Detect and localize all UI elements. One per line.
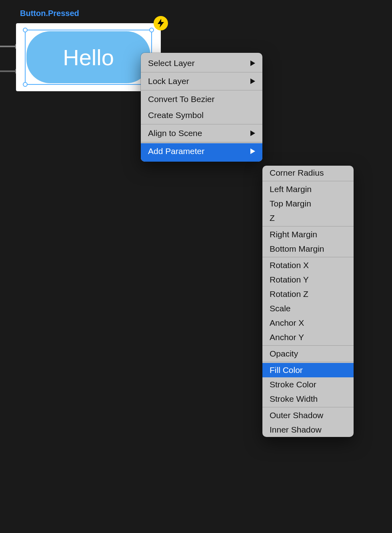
submenu-item-scale[interactable]: Scale <box>262 301 354 316</box>
menu-item-label: Create Symbol <box>148 110 204 120</box>
menu-separator <box>141 72 262 72</box>
menu-separator <box>262 362 354 362</box>
menu-item-create-symbol[interactable]: Create Symbol <box>141 107 262 123</box>
submenu-item-inner-shadow[interactable]: Inner Shadow <box>262 423 354 437</box>
submenu-item-label: Rotation Y <box>270 275 309 285</box>
submenu-item-corner-radius[interactable]: Corner Radius <box>262 166 354 180</box>
chevron-right-icon <box>250 60 255 66</box>
submenu-item-label: Z <box>270 213 275 223</box>
canvas-frame[interactable]: Hello <box>16 23 161 91</box>
bolt-icon[interactable] <box>154 16 168 30</box>
resize-handle-top-right[interactable] <box>149 28 154 32</box>
svg-marker-8 <box>250 148 255 154</box>
submenu-item-label: Inner Shadow <box>270 425 322 435</box>
menu-separator <box>141 90 262 90</box>
menu-separator <box>262 407 354 407</box>
submenu-item-label: Bottom Margin <box>270 244 324 254</box>
menu-item-label: Select Layer <box>148 58 195 68</box>
submenu-item-label: Opacity <box>270 349 298 359</box>
submenu-item-label: Corner Radius <box>270 168 324 178</box>
submenu-item-stroke-color[interactable]: Stroke Color <box>262 377 354 392</box>
submenu-item-label: Right Margin <box>270 230 317 239</box>
chevron-right-icon <box>250 78 255 84</box>
menu-item-label: Convert To Bezier <box>148 94 215 104</box>
submenu-item-label: Stroke Color <box>270 380 316 389</box>
menu-separator <box>141 124 262 124</box>
submenu-item-opacity[interactable]: Opacity <box>262 347 354 361</box>
submenu-item-label: Rotation Z <box>270 289 308 299</box>
submenu-item-right-margin[interactable]: Right Margin <box>262 227 354 242</box>
svg-marker-4 <box>158 19 164 28</box>
svg-marker-6 <box>250 78 255 84</box>
menu-item-label: Lock Layer <box>148 76 189 86</box>
button-shape[interactable]: Hello <box>26 31 150 83</box>
submenu-item-label: Top Margin <box>270 199 311 208</box>
resize-handle-bottom-left[interactable] <box>23 82 28 87</box>
add-parameter-submenu: Corner RadiusLeft MarginTop MarginZRight… <box>262 166 354 437</box>
submenu-item-label: Anchor X <box>270 318 304 328</box>
button-text: Hello <box>63 44 114 70</box>
submenu-item-outer-shadow[interactable]: Outer Shadow <box>262 408 354 423</box>
menu-separator <box>262 257 354 257</box>
context-menu: Select Layer Lock Layer Convert To Bezie… <box>141 53 262 162</box>
submenu-item-label: Rotation X <box>270 260 309 270</box>
submenu-item-rotation-z[interactable]: Rotation Z <box>262 287 354 301</box>
submenu-item-bottom-margin[interactable]: Bottom Margin <box>262 242 354 256</box>
menu-item-align-to-scene[interactable]: Align to Scene <box>141 125 262 141</box>
menu-item-lock-layer[interactable]: Lock Layer <box>141 73 262 89</box>
menu-item-label: Add Parameter <box>148 146 204 156</box>
menu-item-select-layer[interactable]: Select Layer <box>141 53 262 71</box>
submenu-item-left-margin[interactable]: Left Margin <box>262 182 354 196</box>
menu-separator <box>262 345 354 346</box>
chevron-right-icon <box>250 148 255 154</box>
menu-separator <box>262 226 354 226</box>
state-label: Button.Pressed <box>20 9 79 18</box>
submenu-item-label: Scale <box>270 304 291 313</box>
submenu-item-label: Fill Color <box>270 365 303 375</box>
menu-item-convert-bezier[interactable]: Convert To Bezier <box>141 91 262 107</box>
submenu-item-fill-color[interactable]: Fill Color <box>262 363 354 377</box>
menu-separator <box>262 181 354 181</box>
submenu-item-label: Outer Shadow <box>270 411 323 420</box>
menu-item-add-parameter[interactable]: Add Parameter <box>141 143 262 162</box>
svg-marker-5 <box>250 60 255 66</box>
submenu-item-anchor-y[interactable]: Anchor Y <box>262 330 354 345</box>
submenu-item-top-margin[interactable]: Top Margin <box>262 196 354 211</box>
chevron-right-icon <box>250 130 255 136</box>
resize-handle-top-left[interactable] <box>23 28 28 32</box>
submenu-item-label: Anchor Y <box>270 333 304 342</box>
submenu-item-anchor-x[interactable]: Anchor X <box>262 316 354 330</box>
submenu-item-stroke-width[interactable]: Stroke Width <box>262 392 354 406</box>
menu-separator <box>141 142 262 142</box>
svg-marker-7 <box>250 130 255 136</box>
submenu-item-label: Stroke Width <box>270 394 318 404</box>
submenu-item-rotation-y[interactable]: Rotation Y <box>262 273 354 287</box>
submenu-item-label: Left Margin <box>270 184 312 194</box>
menu-item-label: Align to Scene <box>148 128 202 138</box>
submenu-item-rotation-x[interactable]: Rotation X <box>262 258 354 273</box>
submenu-item-z[interactable]: Z <box>262 211 354 225</box>
